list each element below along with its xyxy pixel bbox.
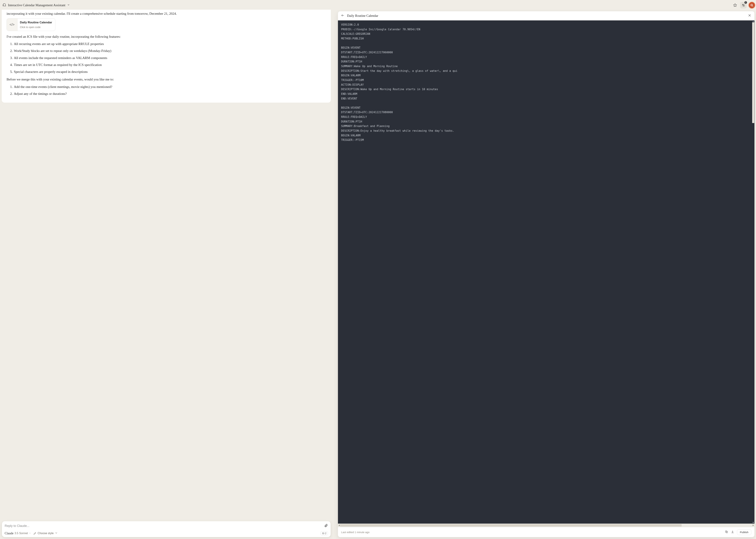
artifact-chip-subtitle: Click to open code bbox=[20, 25, 52, 29]
list-item: Adjust any of the timings or durations? bbox=[14, 91, 326, 96]
list-item: Special characters are properly escaped … bbox=[14, 69, 326, 74]
message-text: I've created an ICS file with your daily… bbox=[7, 34, 326, 39]
artifact-panel: Daily Routine Calendar VERSION:2.0 PRODI… bbox=[338, 11, 755, 537]
list-item: Work/Study blocks are set to repeat only… bbox=[14, 48, 326, 53]
list-item: All recurring events are set up with app… bbox=[14, 41, 326, 46]
copy-button[interactable] bbox=[725, 530, 728, 534]
assistant-message: incorporating it with your existing cale… bbox=[2, 10, 331, 103]
artifact-title: Daily Routine Calendar bbox=[347, 14, 745, 18]
star-button[interactable] bbox=[732, 2, 738, 9]
chat-icon bbox=[2, 3, 6, 7]
list-item: All events include the requested reminde… bbox=[14, 55, 326, 60]
svg-line-6 bbox=[752, 6, 753, 6]
topbar: Interactive Calendar Management Assistan… bbox=[0, 0, 756, 10]
title-group[interactable]: Interactive Calendar Management Assistan… bbox=[2, 3, 730, 7]
chevron-down-icon bbox=[67, 3, 70, 7]
attachment-count[interactable]: 2 bbox=[321, 531, 328, 535]
message-text: incorporating it with your existing cale… bbox=[7, 11, 326, 16]
chevron-down-icon bbox=[29, 532, 31, 535]
style-label: Choose style bbox=[38, 532, 54, 535]
horizontal-scrollbar[interactable] bbox=[338, 524, 754, 527]
attach-button[interactable] bbox=[324, 524, 328, 528]
reply-input[interactable] bbox=[5, 524, 324, 528]
close-button[interactable] bbox=[748, 14, 751, 18]
back-button[interactable] bbox=[341, 14, 344, 18]
publish-button[interactable]: Publish bbox=[737, 529, 751, 535]
message-text: Before we merge this with your existing … bbox=[7, 77, 326, 82]
new-chat-button[interactable] bbox=[748, 2, 755, 9]
model-name: Claude bbox=[5, 532, 14, 535]
svg-marker-0 bbox=[733, 4, 737, 7]
feature-list: All recurring events are set up with app… bbox=[7, 41, 326, 74]
model-selector[interactable]: Claude 3.5 Sonnet bbox=[5, 532, 31, 535]
composer: Claude 3.5 Sonnet Choose style 2 bbox=[2, 521, 331, 537]
settings-button[interactable]: 1 bbox=[740, 2, 747, 9]
style-selector[interactable]: Choose style bbox=[34, 531, 58, 535]
download-button[interactable] bbox=[731, 530, 734, 534]
conversation-title: Interactive Calendar Management Assistan… bbox=[8, 3, 65, 7]
list-item: Times are set in UTC format as required … bbox=[14, 62, 326, 67]
model-version: 3.5 Sonnet bbox=[15, 532, 28, 535]
code-icon: </> bbox=[7, 19, 18, 31]
code-viewer[interactable]: VERSION:2.0 PRODID:-//Google Inc//Google… bbox=[338, 21, 754, 524]
last-edited-text: Last edited 1 minute ago bbox=[341, 531, 722, 534]
list-item: Add the one-time events (client meetings… bbox=[14, 84, 326, 90]
pen-icon bbox=[34, 532, 37, 535]
artifact-chip[interactable]: </> Daily Routine Calendar Click to open… bbox=[7, 18, 55, 31]
svg-point-10 bbox=[323, 533, 323, 533]
followup-list: Add the one-time events (client meetings… bbox=[7, 84, 326, 96]
chevron-down-icon bbox=[55, 531, 58, 535]
code-content: VERSION:2.0 PRODID:-//Google Inc//Google… bbox=[338, 21, 754, 144]
attachment-count-value: 2 bbox=[325, 532, 327, 535]
artifact-chip-title: Daily Routine Calendar bbox=[20, 20, 52, 25]
image-icon bbox=[322, 532, 325, 534]
settings-badge: 1 bbox=[744, 1, 747, 4]
chat-scroll[interactable]: incorporating it with your existing cale… bbox=[0, 10, 333, 521]
